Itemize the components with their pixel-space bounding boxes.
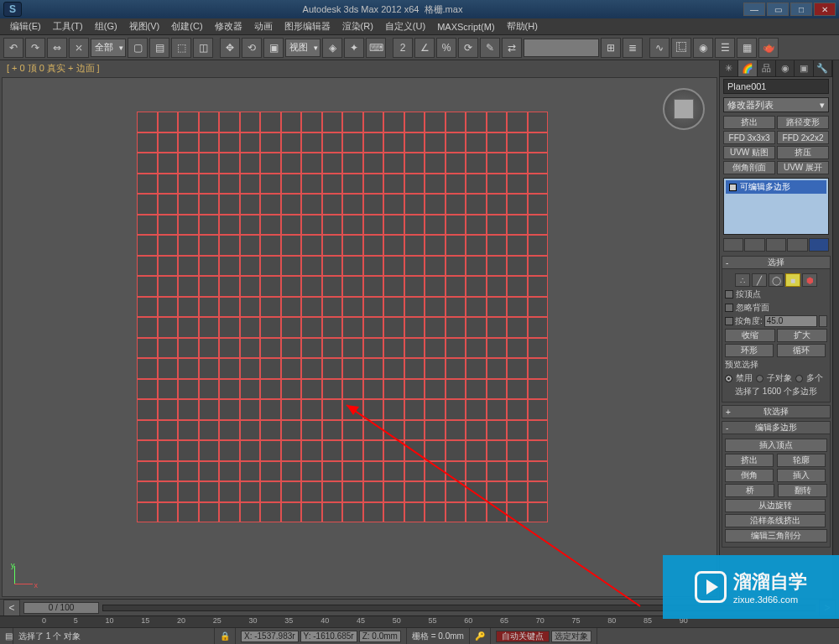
mod-squeeze[interactable]: 挤压 [777, 146, 829, 159]
so-vertex-icon[interactable]: ∴ [735, 273, 750, 287]
scale-button[interactable]: ▣ [263, 38, 284, 58]
mirror-button[interactable]: ⇄ [502, 38, 522, 58]
preview-off-radio[interactable] [725, 375, 732, 382]
make-unique-button[interactable] [766, 238, 786, 252]
preview-multi-radio[interactable] [795, 375, 803, 382]
edit-named-sel-button[interactable]: ✎ [480, 38, 500, 58]
key-target-dropdown[interactable]: 选定对象 [551, 631, 591, 642]
menu-help[interactable]: 帮助(H) [502, 18, 543, 34]
grow-button[interactable]: 扩大 [777, 329, 827, 342]
select-button[interactable]: ▢ [128, 38, 148, 58]
menu-group[interactable]: 组(G) [90, 18, 122, 34]
time-config-button[interactable]: < [3, 600, 20, 616]
mod-uvwmap[interactable]: UVW 贴图 [723, 146, 775, 159]
rotate-button[interactable]: ⟲ [242, 38, 262, 58]
spinner-snap-button[interactable]: ⟳ [458, 38, 478, 58]
outline-button[interactable]: 轮廓 [777, 454, 826, 467]
so-edge-icon[interactable]: ╱ [752, 273, 767, 287]
snap-angle-button[interactable]: ∠ [414, 38, 435, 58]
mod-extrude[interactable]: 挤出 [723, 116, 775, 129]
so-polygon-icon[interactable]: ■ [785, 273, 800, 287]
angle-spinner[interactable] [819, 315, 827, 327]
angle-value-field[interactable]: 45.0 [764, 315, 817, 327]
selected-plane-mesh[interactable] [137, 112, 548, 522]
coord-x[interactable]: X: -1537.983r [241, 631, 299, 642]
tab-display[interactable]: ▣ [795, 60, 813, 76]
menu-rendering[interactable]: 渲染(R) [337, 18, 378, 34]
so-border-icon[interactable]: ◯ [769, 273, 784, 287]
menu-grapheditors[interactable]: 图形编辑器 [279, 18, 336, 34]
bevel-button[interactable]: 倒角 [725, 469, 774, 482]
rollout-softsel-header[interactable]: +软选择 [722, 405, 831, 418]
unlink-button[interactable]: ⤫ [69, 38, 89, 58]
restore-button[interactable]: ▭ [767, 3, 789, 16]
pin-stack-button[interactable] [723, 238, 743, 252]
rect-select-button[interactable]: ⬚ [171, 38, 191, 58]
snap-2d-button[interactable]: 2 [393, 38, 413, 58]
menu-views[interactable]: 视图(V) [124, 18, 165, 34]
render-frame-button[interactable]: ▦ [737, 38, 757, 58]
menu-tools[interactable]: 工具(T) [48, 18, 88, 34]
tab-motion[interactable]: ◉ [776, 60, 795, 76]
menu-maxscript[interactable]: MAXScript(M) [432, 20, 499, 34]
show-end-result-button[interactable] [744, 238, 764, 252]
minimize-button[interactable]: — [743, 3, 765, 16]
curve-editor-button[interactable]: ∿ [649, 38, 670, 58]
select-by-name-button[interactable]: ▤ [149, 38, 169, 58]
key-icon[interactable]: 🔑 [475, 631, 485, 641]
by-angle-checkbox[interactable] [725, 317, 733, 325]
mod-uvwunwrap[interactable]: UVW 展开 [777, 161, 829, 174]
manipulate-button[interactable]: ✦ [344, 38, 364, 58]
layers-button[interactable]: ≣ [623, 38, 643, 58]
schematic-view-button[interactable]: ⿺ [671, 38, 691, 58]
use-center-button[interactable]: ◈ [322, 38, 342, 58]
coord-y[interactable]: Y: -1610.685r [300, 631, 357, 642]
object-name-field[interactable]: Plane001 [723, 79, 829, 94]
stack-item-editpoly[interactable]: 可编辑多边形 [726, 180, 826, 194]
preview-subobj-radio[interactable] [756, 375, 763, 382]
menu-edit[interactable]: 编辑(E) [5, 18, 46, 34]
by-vertex-checkbox[interactable]: 按顶点 [725, 288, 827, 300]
window-crossing-button[interactable]: ◫ [193, 38, 213, 58]
mod-ffd3[interactable]: FFD 3x3x3 [723, 131, 775, 144]
edit-tri-button[interactable]: 编辑三角剖分 [725, 529, 827, 543]
render-setup-button[interactable]: ☰ [715, 38, 735, 58]
hinge-from-edge-button[interactable]: 从边旋转 [725, 499, 826, 512]
close-button[interactable]: ✕ [814, 3, 836, 16]
tab-create[interactable]: ✳ [720, 60, 738, 76]
shrink-button[interactable]: 收缩 [725, 329, 775, 342]
auto-key-button[interactable]: 自动关键点 [496, 631, 550, 642]
mod-bevelprofile[interactable]: 倒角剖面 [723, 161, 775, 174]
remove-modifier-button[interactable] [787, 238, 807, 252]
redo-button[interactable]: ↷ [25, 38, 45, 58]
menu-customize[interactable]: 自定义(U) [380, 18, 430, 34]
tab-hierarchy[interactable]: 品 [758, 60, 776, 76]
configure-sets-button[interactable] [809, 238, 829, 252]
so-element-icon[interactable]: ⬢ [802, 273, 817, 287]
material-editor-button[interactable]: ◉ [693, 38, 713, 58]
tab-modify[interactable]: 🌈 [738, 60, 757, 76]
insert-vertex-button[interactable]: 插入顶点 [725, 439, 827, 452]
tab-utilities[interactable]: 🔧 [814, 60, 832, 76]
coord-z[interactable]: Z: 0.0mm [359, 631, 401, 642]
maximize-button[interactable]: □ [790, 3, 812, 16]
ignore-backfacing-checkbox[interactable]: 忽略背面 [725, 302, 827, 314]
extrude-button[interactable]: 挤出 [725, 454, 774, 467]
extrude-along-spline-button[interactable]: 沿样条线挤出 [725, 514, 826, 527]
modifier-list-dropdown[interactable]: 修改器列表▾ [723, 97, 829, 112]
mod-pathdeform[interactable]: 路径变形 [777, 116, 829, 129]
view-cube[interactable] [663, 88, 705, 130]
ring-button[interactable]: 环形 [725, 344, 774, 357]
align-button[interactable]: ⊞ [601, 38, 621, 58]
time-slider-handle[interactable]: 0 / 100 [23, 602, 99, 614]
move-button[interactable]: ✥ [220, 38, 240, 58]
selection-filter-dropdown[interactable]: 全部 [91, 39, 126, 57]
bridge-button[interactable]: 桥 [725, 484, 774, 497]
named-selection-input[interactable] [524, 39, 599, 57]
menu-animation[interactable]: 动画 [249, 18, 278, 34]
snap-percent-button[interactable]: % [436, 38, 456, 58]
inset-button[interactable]: 插入 [777, 469, 826, 482]
render-button[interactable]: 🫖 [758, 38, 779, 58]
keyboard-shortcut-button[interactable]: ⌨ [366, 38, 386, 58]
link-button[interactable]: ⇔ [47, 38, 67, 58]
